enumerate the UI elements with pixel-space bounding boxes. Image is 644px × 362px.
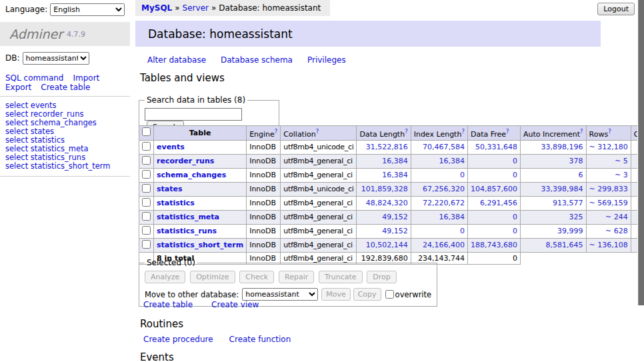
check-button[interactable]: Check <box>239 271 274 283</box>
table-name-cell: statistics_runs <box>154 224 247 238</box>
selected-legend: Selected (0) <box>145 258 197 267</box>
table-link[interactable]: events <box>157 143 185 151</box>
brand-title: Adminer <box>9 27 63 41</box>
data-free-cell: 0 <box>467 154 520 168</box>
sidebar-link-create-table[interactable]: Create table <box>41 83 90 92</box>
data-free-cell: 50,331,648 <box>467 140 520 154</box>
analyze-button[interactable]: Analyze <box>145 271 185 283</box>
rows-cell: ~ 299,833 <box>586 182 631 196</box>
rows-cell: ~ 244 <box>586 210 631 224</box>
move-database-select[interactable]: homeassistant <box>242 288 318 301</box>
db-form: DB:homeassistant <box>5 52 89 65</box>
selected-buttons-row: Analyze Optimize Check Repair Truncate D… <box>145 271 431 283</box>
table-row: statistics_metaInnoDButf8mb4_general_ci4… <box>139 210 644 224</box>
drop-button[interactable]: Drop <box>367 271 396 283</box>
breadcrumb-server-link[interactable]: Server <box>183 3 209 13</box>
optimize-button[interactable]: Optimize <box>190 271 235 283</box>
truncate-button[interactable]: Truncate <box>319 271 362 283</box>
table-link[interactable]: schema_changes <box>157 171 226 179</box>
repair-button[interactable]: Repair <box>279 271 314 283</box>
row-checkbox[interactable] <box>142 198 151 207</box>
copy-button[interactable]: Copy <box>353 288 381 301</box>
sidebar-link-export[interactable]: Export <box>5 83 31 92</box>
collation-cell: utf8mb4_general_ci <box>281 210 357 224</box>
table-name-cell: states <box>154 182 247 196</box>
help-icon[interactable]: ? <box>275 128 278 135</box>
index-length-cell: 70,467,584 <box>411 140 467 154</box>
column-header-index-length: Index Length? <box>411 126 467 141</box>
rows-cell: ~ 628 <box>586 224 631 238</box>
logout-button[interactable]: Logout <box>597 3 635 15</box>
table-row: eventsInnoDButf8mb4_unicode_ci31,522,816… <box>139 140 644 154</box>
language-select[interactable]: English <box>50 3 125 16</box>
engine-cell: InnoDB <box>247 224 281 238</box>
help-icon[interactable]: ? <box>506 128 509 135</box>
collation-cell: utf8mb4_general_ci <box>281 224 357 238</box>
row-select-cell <box>139 196 154 210</box>
scrollbar-thumb[interactable] <box>638 0 644 305</box>
engine-cell: InnoDB <box>247 182 281 196</box>
sidebar-item-select-statistics-short-term[interactable]: select statistics_short_term <box>5 162 130 171</box>
db-select[interactable]: homeassistant <box>23 52 89 65</box>
auto-increment-cell: 8,581,645 <box>520 238 586 252</box>
brand-version[interactable]: 4.7.9 <box>67 30 85 39</box>
table-link[interactable]: statistics <box>157 199 195 207</box>
auto-increment-cell: 378 <box>520 154 586 168</box>
select-all-cell <box>139 126 154 141</box>
routine-links: Create procedureCreate function <box>143 335 307 344</box>
data-free-cell: 0 <box>467 168 520 182</box>
table-link[interactable]: states <box>157 185 183 193</box>
rows-cell: ~ 312,180 <box>586 140 631 154</box>
table-link[interactable]: statistics_short_term <box>157 241 243 249</box>
row-checkbox[interactable] <box>142 170 151 179</box>
create-view-link[interactable]: Create view <box>211 300 259 309</box>
column-header-engine: Engine? <box>247 126 281 141</box>
breadcrumb-separator: » <box>175 3 179 13</box>
select-all-checkbox[interactable] <box>142 127 151 136</box>
sidebar-link-sql-command[interactable]: SQL command <box>5 73 63 83</box>
row-select-cell <box>139 168 154 182</box>
table-link[interactable]: statistics_meta <box>157 213 219 221</box>
create-procedure-link[interactable]: Create procedure <box>143 335 213 344</box>
data-length-cell: 49,152 <box>357 210 411 224</box>
help-icon[interactable]: ? <box>405 128 408 135</box>
collation-cell: utf8mb4_general_ci <box>281 196 357 210</box>
table-link[interactable]: statistics_runs <box>157 227 217 235</box>
sidebar-link-import[interactable]: Import <box>73 73 99 83</box>
table-row: recorder_runsInnoDButf8mb4_general_ci16,… <box>139 154 644 168</box>
sidebar-actions: SQL commandImport ExportCreate table <box>5 73 128 92</box>
help-icon[interactable]: ? <box>580 128 583 135</box>
search-input[interactable] <box>145 108 242 121</box>
table-name-cell: recorder_runs <box>154 154 247 168</box>
move-button[interactable]: Move <box>321 288 351 301</box>
row-checkbox[interactable] <box>142 156 151 165</box>
db-label: DB: <box>5 53 20 63</box>
row-checkbox[interactable] <box>142 240 151 249</box>
help-icon[interactable]: ? <box>608 128 611 135</box>
alter-database-link[interactable]: Alter database <box>147 55 206 65</box>
row-checkbox[interactable] <box>142 212 151 221</box>
table-row: statesInnoDButf8mb4_unicode_ci101,859,32… <box>139 182 644 196</box>
index-length-cell: 67,256,320 <box>411 182 467 196</box>
database-schema-link[interactable]: Database schema <box>221 55 293 65</box>
help-icon[interactable]: ? <box>461 128 465 135</box>
table-row: statisticsInnoDButf8mb4_general_ci48,824… <box>139 196 644 210</box>
vertical-scrollbar[interactable] <box>637 0 644 362</box>
page-title: Database: homeassistant <box>135 21 601 47</box>
row-checkbox[interactable] <box>142 142 151 151</box>
overwrite-checkbox[interactable] <box>385 290 394 299</box>
table-link[interactable]: recorder_runs <box>157 157 214 165</box>
create-table-link[interactable]: Create table <box>143 300 193 309</box>
row-checkbox[interactable] <box>142 226 151 235</box>
collation-cell: utf8mb4_unicode_ci <box>281 182 357 196</box>
create-function-link[interactable]: Create function <box>229 335 291 344</box>
privileges-link[interactable]: Privileges <box>307 55 346 65</box>
auto-increment-cell: 39,999 <box>520 224 586 238</box>
rows-cell: ~ 136,108 <box>586 238 631 252</box>
engine-cell: InnoDB <box>247 168 281 182</box>
row-select-cell <box>139 154 154 168</box>
row-checkbox[interactable] <box>142 184 151 193</box>
breadcrumb-mysql-link[interactable]: MySQL <box>141 3 172 13</box>
total-data-free-cell: 0 <box>467 252 520 264</box>
help-icon[interactable]: ? <box>316 128 319 135</box>
